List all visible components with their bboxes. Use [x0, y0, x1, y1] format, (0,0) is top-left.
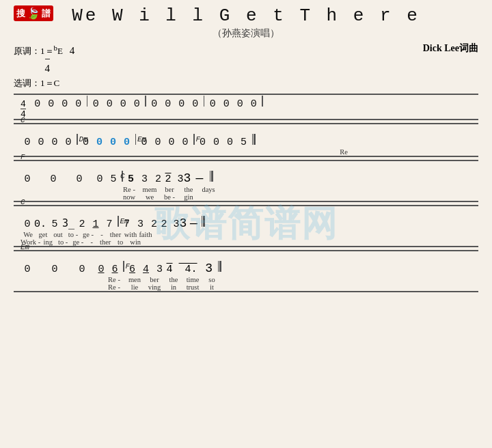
lyric	[89, 186, 104, 193]
n: 0	[72, 173, 86, 185]
n: 0	[20, 137, 34, 148]
lyric: ge -	[70, 238, 85, 246]
chord-Em3: Em	[20, 243, 29, 251]
final-barline	[252, 134, 256, 145]
chord-Em: Em	[137, 135, 146, 143]
intro-notes: 44 0 0 0 0 0 0 0 0 0 0 0 0 0 0 0 0	[14, 95, 478, 119]
original-key: 原调：1＝bE 4 4	[14, 42, 74, 76]
n: 0	[75, 264, 89, 275]
lyric: ber	[145, 276, 164, 283]
n: 0	[233, 98, 247, 110]
barline	[135, 134, 137, 145]
composer: Dick Lee词曲	[423, 42, 478, 55]
lyric	[242, 148, 257, 156]
barline	[77, 134, 78, 145]
lyric: faith	[138, 231, 153, 238]
n: 7	[102, 219, 116, 230]
n: 0	[165, 137, 178, 148]
section-3: F 0 0 0 0 5 C 5 3 2 2 3 3 —	[14, 160, 478, 202]
barline	[145, 96, 146, 107]
lyric: ber	[160, 186, 179, 193]
lyric: men	[124, 276, 145, 283]
lyric: days	[198, 186, 219, 193]
n: 0	[107, 137, 120, 148]
final-barline	[202, 216, 205, 227]
n: 0	[20, 264, 34, 275]
lyric: lie	[124, 283, 145, 291]
n: 0	[20, 173, 34, 185]
n: 0	[48, 137, 62, 148]
lyric: -	[85, 238, 98, 246]
lyric	[287, 148, 302, 156]
n: 0	[210, 137, 223, 148]
n: 0	[116, 98, 130, 110]
lyric	[89, 283, 104, 291]
section3-lyrics1: Re - mem ber the days	[14, 186, 478, 193]
lyric	[272, 148, 287, 156]
barline	[193, 134, 195, 145]
section5-notes: Em 0 0 0 0 6 F 6 4 3 4 4. 3	[14, 251, 478, 275]
lyric	[104, 193, 119, 201]
lyric: Re -	[104, 283, 124, 291]
n: 0	[89, 98, 102, 110]
chord-F3: F	[126, 262, 131, 270]
chord-Dm: Dm	[79, 135, 88, 143]
section-5: Em 0 0 0 0 6 F 6 4 3 4 4. 3	[14, 250, 478, 292]
n: 2	[152, 173, 165, 185]
n: 0	[120, 137, 134, 148]
chord-C3: C	[20, 198, 25, 206]
n: 5	[237, 137, 251, 148]
chord-Em2: Em	[120, 217, 129, 225]
lyric	[89, 193, 104, 201]
barline	[204, 96, 205, 107]
n: 0	[31, 98, 44, 110]
section3-notes: F 0 0 0 0 5 C 5 3 2 2 3 3 —	[14, 161, 478, 185]
n: 2	[148, 219, 161, 230]
n: 0	[102, 98, 116, 110]
section5-lyrics2: Re - lie ving in trust it	[14, 283, 478, 291]
lyric: ing	[40, 238, 55, 246]
n: 0	[34, 137, 48, 148]
chord-F: F	[196, 135, 201, 143]
lyric	[89, 276, 104, 283]
n: 0	[94, 264, 108, 275]
n: 0	[219, 98, 233, 110]
song-title: We W i l l G e t T h e r e	[72, 5, 420, 26]
lyric: Re -	[119, 186, 139, 193]
barline	[123, 261, 124, 272]
lyric: Re	[336, 148, 351, 156]
n: 2	[75, 219, 89, 230]
lyric: to -	[66, 231, 81, 238]
lyric: ge -	[81, 231, 96, 238]
section2-notes: C 0 0 0 0 Dm 0 0 0 0 Em 0 0 0 0 F 0	[14, 124, 478, 148]
lyric: out	[51, 231, 66, 238]
section4-lyrics2: Work - ing to - ge - - ther to win	[14, 238, 478, 246]
section-intro: 44 0 0 0 0 0 0 0 0 0 0 0 0 0 0 0 0	[14, 94, 478, 120]
lyric: time	[183, 276, 202, 283]
lyric: to -	[55, 238, 70, 246]
lyric	[20, 283, 89, 291]
n: 0	[48, 264, 62, 275]
n: 0	[189, 98, 202, 110]
n: 3̲	[62, 217, 75, 230]
n: 0	[62, 137, 75, 148]
lyric	[20, 193, 89, 201]
final-barline	[210, 171, 213, 182]
lyric: ving	[145, 283, 164, 291]
header: 搜 🍃 譜 We W i l l G e t T h e r e	[14, 5, 478, 26]
lyric: ther	[98, 238, 113, 246]
lyric: win	[128, 238, 143, 246]
chord-C: C	[20, 116, 25, 124]
barline	[262, 96, 263, 107]
lyric: We	[20, 231, 36, 238]
n: 6	[108, 264, 122, 275]
lyric	[227, 148, 242, 156]
lyric: so	[202, 276, 221, 283]
lyric: it	[202, 283, 221, 291]
lyric	[257, 148, 272, 156]
n: 3	[134, 219, 148, 230]
subtitle: （孙燕姿演唱）	[14, 27, 478, 40]
section4-lyrics1: We get out to - ge - - ther with faith	[14, 231, 478, 238]
n: 0	[72, 98, 85, 110]
lyric: trust	[183, 283, 202, 291]
